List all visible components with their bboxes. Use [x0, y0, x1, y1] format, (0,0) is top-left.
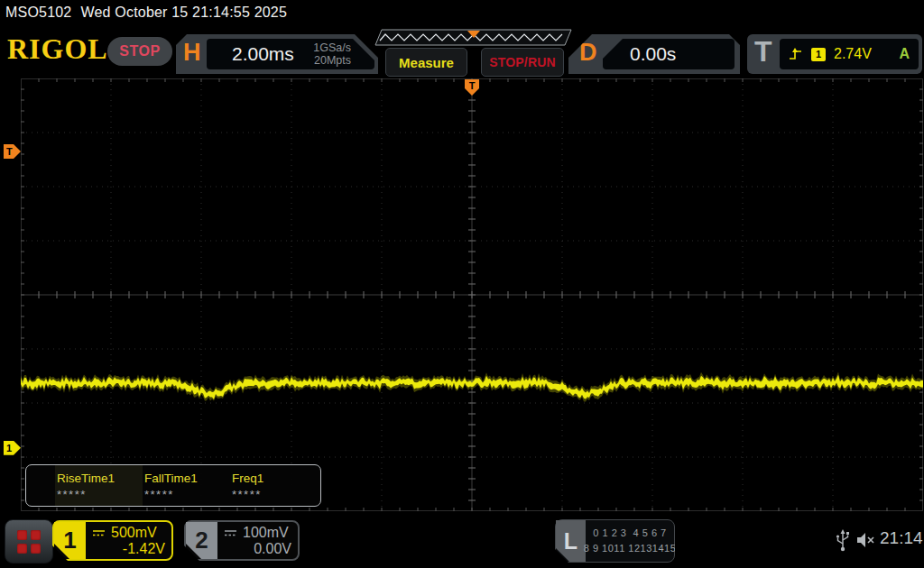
measurement-results-panel: RiseTime1 ***** FallTime1 ***** Freq1 **… [25, 464, 321, 507]
model-name: MSO5102 [5, 5, 71, 20]
ch1-trace [21, 78, 923, 511]
trigger-block[interactable]: T 1 2.74V A [747, 34, 922, 74]
measurement-value: ***** [232, 488, 318, 501]
logic-analyzer-block[interactable]: L 0 1 2 3 4 5 6 7 8 9 1011 12131415 [555, 519, 675, 563]
channel1-offset: -1.42V [86, 541, 165, 557]
main-menu-button[interactable] [5, 519, 53, 563]
sample-rate: 1GSa/s [313, 41, 351, 54]
memory-position-bar[interactable] [373, 29, 572, 46]
measurement-value: ***** [144, 488, 230, 501]
channel1-marker-label: 1 [6, 443, 12, 453]
measurement-name: Freq1 [232, 472, 318, 485]
trigger-mode-auto: A [899, 46, 910, 62]
rigol-logo: RIGOL [7, 32, 108, 66]
digital-channels-row2: 8 9 1011 12131415 [584, 541, 677, 556]
measurement-falltime[interactable]: FallTime1 ***** [143, 465, 230, 506]
memory-waveform-icon [373, 29, 572, 46]
menu-grid-icon [17, 530, 41, 554]
measurement-freq[interactable]: Freq1 ***** [230, 465, 318, 506]
measurement-value: ***** [57, 488, 143, 501]
channel2-number: 2 [186, 522, 217, 559]
measurement-name: FallTime1 [144, 472, 230, 485]
channel1-number: 1 [54, 522, 86, 559]
digital-channels-row1: 0 1 2 3 4 5 6 7 [593, 526, 666, 541]
dc-coupling-icon [92, 528, 106, 537]
status-bar: MSO5102Wed October 15 21:14:55 2025 [5, 5, 296, 21]
delay-inner: 0.00s [603, 39, 735, 69]
trigger-level-marker-label: T [6, 146, 13, 157]
run-state-badge[interactable]: STOP [107, 37, 172, 66]
header-toolbar: RIGOL STOP H 2.00ms 1GSa/s 20Mpts Measur… [0, 27, 924, 78]
channel1-position-marker[interactable]: 1 [4, 441, 21, 455]
channel2-block[interactable]: 2 100mV 0.00V [184, 520, 300, 561]
trigger-source-badge: 1 [811, 48, 826, 61]
channel2-offset: 0.00V [217, 541, 291, 557]
delay-value: 0.00s [630, 43, 676, 65]
channel1-scale: 500mV [111, 525, 157, 541]
trigger-label: T [754, 35, 772, 69]
speaker-muted-icon[interactable] [855, 531, 877, 549]
measurement-name: RiseTime1 [57, 472, 143, 485]
clock: 21:14 [880, 528, 923, 548]
horizontal-label: H [183, 39, 201, 67]
dc-coupling-icon [224, 528, 237, 537]
bottom-bar: 1 500mV -1.42V 2 [0, 516, 924, 568]
delay-block[interactable]: D 0.00s [568, 34, 740, 74]
usb-icon [835, 528, 851, 554]
timebase-value: 2.00ms [232, 43, 294, 65]
trigger-level-marker[interactable]: T [4, 144, 21, 159]
trigger-inner: 1 2.74V A [780, 39, 919, 69]
trigger-level-value: 2.74V [834, 46, 872, 62]
trigger-position-marker-label: T [469, 80, 476, 91]
horizontal-settings-block[interactable]: H 2.00ms 1GSa/s 20Mpts [176, 34, 378, 74]
measure-button[interactable]: Measure [385, 48, 467, 77]
oscilloscope-screen: MSO5102Wed October 15 21:14:55 2025 RIGO… [0, 0, 924, 568]
stop-run-button[interactable]: STOP/RUN [481, 48, 564, 77]
channel2-scale: 100mV [243, 525, 289, 541]
datetime: Wed October 15 21:14:55 2025 [80, 5, 287, 20]
memory-depth: 20Mpts [313, 54, 351, 67]
measurement-risetime[interactable]: RiseTime1 ***** [55, 465, 143, 506]
rising-edge-icon [789, 47, 803, 61]
channel1-block[interactable]: 1 500mV -1.42V [52, 520, 173, 561]
delay-label: D [579, 39, 597, 67]
waveform-display: T 1 T RiseTime1 ***** FallTime1 ***** Fr… [0, 78, 924, 516]
logic-analyzer-label: L [556, 520, 586, 562]
horizontal-inner: 2.00ms 1GSa/s 20Mpts [207, 39, 374, 69]
